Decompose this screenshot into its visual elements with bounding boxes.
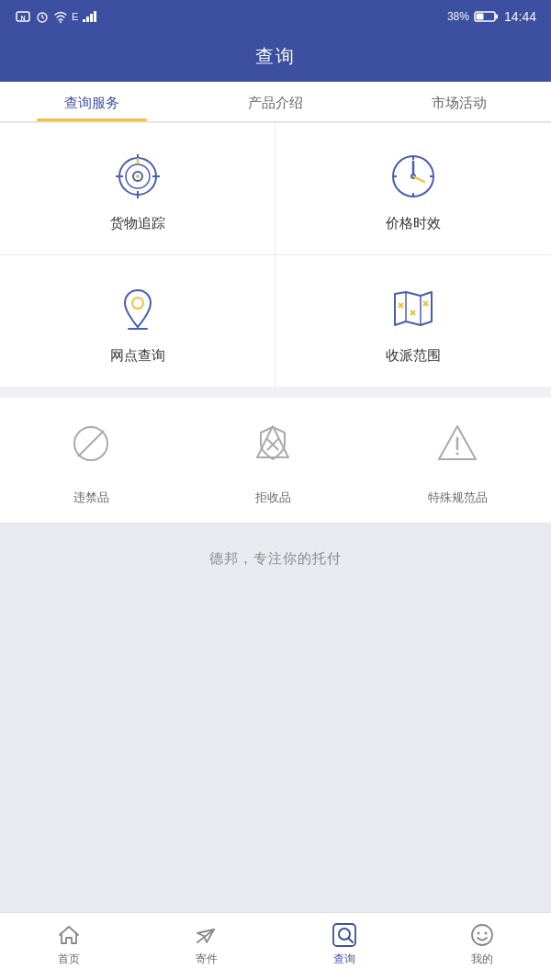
svg-point-5: [60, 21, 62, 23]
slogan-text: 德邦，专注你的托付: [209, 550, 342, 568]
grid-item-outlet-query[interactable]: 网点查询: [0, 255, 276, 387]
nav-shipping-label: 寄件: [196, 952, 218, 967]
svg-rect-12: [476, 14, 483, 20]
svg-point-50: [478, 932, 480, 935]
cargo-tracking-label: 货物追踪: [110, 215, 165, 232]
prohibited-label: 违禁品: [73, 490, 109, 506]
svg-point-51: [485, 932, 488, 935]
clock-icon: [386, 149, 441, 204]
nav-item-home[interactable]: 首页: [41, 922, 96, 967]
nav-home-label: 首页: [58, 952, 80, 967]
app-header: 查询: [0, 33, 551, 82]
svg-line-4: [42, 17, 44, 18]
svg-rect-7: [86, 17, 89, 22]
time: 14:44: [504, 9, 536, 24]
map-icon: [386, 281, 441, 336]
svg-rect-9: [94, 11, 96, 22]
svg-point-49: [472, 925, 492, 945]
grid-item-price-timeliness[interactable]: 价格时效: [276, 123, 551, 255]
send-icon: [194, 922, 219, 948]
outlet-query-label: 网点查询: [110, 347, 165, 365]
nav-item-shipping[interactable]: 寄件: [179, 922, 234, 967]
svg-point-30: [132, 298, 143, 309]
delivery-range-label: 收派范围: [386, 347, 441, 365]
tab-bar: 查询服务 产品介绍 市场活动: [0, 82, 551, 122]
nav-mine-label: 我的: [471, 952, 493, 967]
svg-rect-6: [83, 19, 85, 22]
nav-item-query[interactable]: 查询: [317, 922, 372, 967]
service-grid: 货物追踪 价格时效: [0, 122, 551, 387]
smile-icon: [469, 922, 495, 948]
nfc-icon: N: [15, 10, 31, 23]
grid-item-cargo-tracking[interactable]: 货物追踪: [0, 123, 276, 255]
svg-rect-8: [90, 14, 93, 22]
svg-point-45: [456, 453, 459, 456]
status-bar: N E 38% 14:44: [0, 0, 551, 33]
nav-query-label: 查询: [333, 952, 355, 967]
tab-query-service[interactable]: 查询服务: [0, 82, 184, 121]
price-timeliness-label: 价格时效: [386, 215, 441, 232]
special-norm-label: 特殊规范品: [428, 490, 488, 506]
bottom-nav: 首页 寄件 查询 我的: [0, 912, 551, 980]
status-bar-left: N E: [15, 10, 100, 23]
location-icon: [110, 281, 165, 336]
tab-product-intro[interactable]: 产品介绍: [184, 82, 367, 121]
slogan-section: 德邦，专注你的托付: [0, 523, 551, 912]
svg-line-48: [349, 939, 354, 943]
svg-line-25: [413, 176, 424, 182]
bottom-item-special-norm[interactable]: 特殊规范品: [428, 416, 488, 506]
svg-line-41: [78, 431, 104, 456]
bottom-item-prohibited[interactable]: 违禁品: [63, 416, 118, 506]
alarm-icon: [35, 10, 50, 23]
wifi-icon: [53, 10, 68, 23]
status-bar-right: 38% 14:44: [447, 9, 536, 24]
rejected-label: 拒收品: [255, 490, 291, 506]
svg-text:N: N: [20, 15, 25, 21]
target-icon: [110, 149, 165, 204]
battery-icon: [475, 10, 499, 23]
svg-point-16: [136, 175, 140, 178]
page-title: 查询: [255, 46, 296, 66]
rejected-icon: [245, 416, 300, 471]
signal-icon: [82, 10, 100, 23]
bottom-items-row: 违禁品 拒收品 特殊规范品: [0, 398, 551, 523]
home-icon: [56, 922, 82, 948]
nav-item-mine[interactable]: 我的: [455, 922, 510, 967]
grid-item-delivery-range[interactable]: 收派范围: [276, 255, 551, 387]
bottom-item-rejected[interactable]: 拒收品: [245, 416, 300, 506]
network-type: E: [72, 11, 78, 22]
svg-rect-11: [495, 15, 498, 19]
search-icon: [332, 922, 357, 948]
battery-percent: 38%: [447, 10, 469, 23]
tab-market-activity[interactable]: 市场活动: [367, 82, 551, 121]
warning-icon: [430, 416, 485, 471]
prohibited-icon: [63, 416, 118, 471]
